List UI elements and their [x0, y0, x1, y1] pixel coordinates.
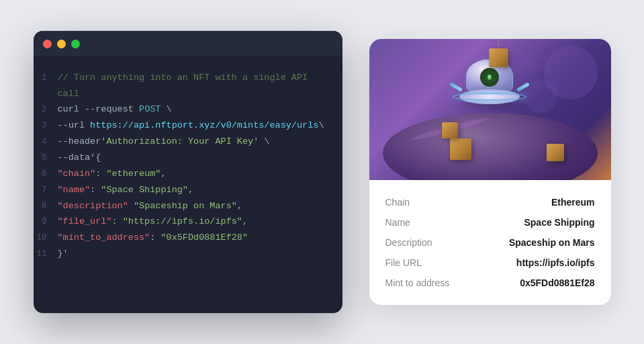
editor-line-11: 11}' [34, 246, 342, 262]
nft-card: Chain Ethereum Name Space Shipping Descr… [369, 39, 611, 305]
ground-box-3 [547, 144, 564, 161]
chain-value: Ethereum [551, 197, 595, 208]
nft-image [369, 39, 611, 180]
line-number-2: 2 [34, 103, 58, 118]
nft-details: Chain Ethereum Name Space Shipping Descr… [369, 180, 611, 305]
description-row: Description Spaceship on Mars [385, 232, 595, 253]
mint-value: 0x5FDd0881Ef28 [520, 277, 594, 288]
editor-line-2: 2curl --request POST \ [34, 101, 342, 118]
cargo-box [489, 48, 508, 67]
editor-line-3: 3--url https://api.nftport.xyz/v0/mints/… [34, 118, 342, 134]
rope [498, 39, 498, 48]
file-url-value: https://ipfs.io/ipfs [516, 257, 595, 268]
hanging-box [489, 39, 508, 67]
ground-box-1 [450, 138, 471, 160]
line-content-4: --header'Authorization: Your API Key' \ [58, 134, 270, 150]
line-content-7: "name": "Space Shipping", [58, 182, 194, 198]
ship-body [459, 89, 520, 104]
file-url-row: File URL https://ipfs.io/ipfs [385, 253, 595, 273]
mint-row: Mint to address 0x5FDd0881Ef28 [385, 273, 595, 293]
bubble-5 [376, 93, 393, 110]
editor-line-7: 7 "name": "Space Shipping", [34, 182, 342, 198]
description-value: Spaceship on Mars [509, 237, 595, 248]
line-content-5: --data'{ [58, 150, 101, 166]
close-dot[interactable] [43, 40, 52, 48]
bubble-4 [389, 42, 430, 83]
name-row: Name Space Shipping [385, 212, 595, 232]
line-content-8: "description" "Spaceship on Mars", [58, 198, 242, 214]
line-content-2: curl --request POST \ [58, 101, 172, 118]
code-editor: 1// Turn anything into an NFT with a sin… [34, 31, 342, 313]
maximize-dot[interactable] [71, 40, 80, 48]
line-number-11: 11 [34, 247, 58, 262]
line-number-1: 1 [34, 71, 58, 86]
line-number-10: 10 [34, 231, 58, 246]
line-content-1: // Turn anything into an NFT with a sing… [58, 70, 332, 101]
editor-body: 1// Turn anything into an NFT with a sin… [34, 56, 342, 275]
alien-eye [487, 74, 492, 81]
chain-row: Chain Ethereum [385, 192, 595, 212]
line-number-7: 7 [34, 183, 58, 198]
line-content-3: --url https://api.nftport.xyz/v0/mints/e… [58, 118, 324, 134]
propeller-right [516, 85, 530, 89]
name-value: Space Shipping [524, 217, 594, 228]
line-number-5: 5 [34, 151, 58, 166]
editor-line-8: 8 "description" "Spaceship on Mars", [34, 198, 342, 214]
line-number-4: 4 [34, 135, 58, 150]
ship-ring [453, 93, 526, 101]
line-content-9: "file_url": "https://ipfs.io/ipfs", [58, 214, 248, 230]
titlebar [34, 31, 342, 56]
minimize-dot[interactable] [57, 40, 66, 48]
editor-line-4: 4--header'Authorization: Your API Key' \ [34, 134, 342, 150]
line-content-6: "chain": "ethereum", [58, 166, 167, 182]
line-content-10: "mint_to_address": "0x5FDd0881Ef28" [58, 230, 248, 246]
mint-label: Mint to address [385, 277, 450, 288]
spaceship [466, 59, 520, 104]
editor-line-10: 10 "mint_to_address": "0x5FDd0881Ef28" [34, 230, 342, 246]
ground-box-2 [442, 122, 458, 138]
editor-line-6: 6 "chain": "ethereum", [34, 166, 342, 182]
editor-line-9: 9 "file_url": "https://ipfs.io/ipfs", [34, 214, 342, 230]
file-url-label: File URL [385, 257, 422, 268]
line-number-8: 8 [34, 200, 58, 214]
propeller-left [449, 85, 463, 89]
planet [383, 113, 598, 180]
name-label: Name [385, 217, 410, 228]
alien-face [480, 68, 499, 87]
line-number-6: 6 [34, 167, 58, 182]
chain-label: Chain [385, 197, 410, 208]
description-label: Description [385, 237, 432, 248]
line-content-11: }' [58, 246, 68, 262]
line-number-3: 3 [34, 119, 58, 134]
line-number-9: 9 [34, 215, 58, 230]
editor-line-5: 5--data'{ [34, 150, 342, 166]
editor-line-1: 1// Turn anything into an NFT with a sin… [34, 70, 342, 101]
nft-scene [369, 39, 611, 180]
